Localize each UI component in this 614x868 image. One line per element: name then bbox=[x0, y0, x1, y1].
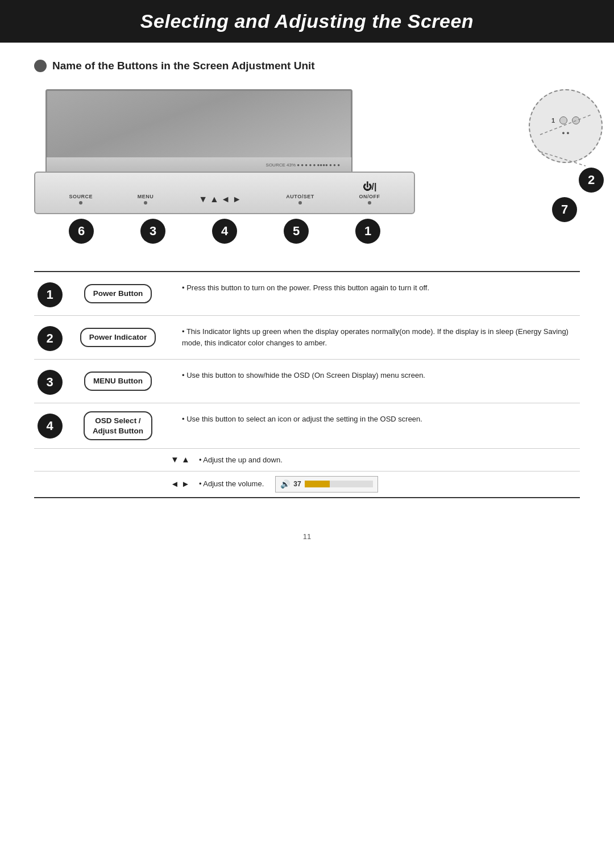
panel-num-6: 6 bbox=[69, 219, 94, 244]
volume-track bbox=[305, 481, 373, 487]
button-circle-1 bbox=[559, 116, 567, 124]
panel-btn-autoset: Auto/Set bbox=[286, 194, 314, 205]
arrow-updown-symbol: ▼ ▲ bbox=[171, 453, 190, 466]
section-header: Name of the Buttons in the Screen Adjust… bbox=[0, 60, 614, 72]
arrow-lr-symbol: ◄ ► bbox=[171, 478, 190, 491]
title-bar: Selecting and Adjusting the Screen bbox=[0, 0, 614, 43]
desc-row-2: 2 Power Indicator • This Indicator light… bbox=[34, 316, 580, 360]
monitor-base-text: SOURCE 43% ● ● ● ● ● ●●●● ● ● ● bbox=[266, 162, 340, 168]
badge-2-container: 2 bbox=[579, 168, 604, 193]
label-box-menu-button: MENU Button bbox=[84, 372, 152, 391]
label-box-power-indicator: Power Indicator bbox=[80, 328, 156, 347]
desc-num-3: 3 bbox=[34, 368, 65, 395]
panel-arrow-symbols: ▼ ▲ ◄ ► bbox=[198, 194, 241, 205]
panel-menu-dot bbox=[144, 201, 147, 205]
diagram-area: SOURCE 43% ● ● ● ● ● ●●●● ● ● ● 1 ● ● 2 … bbox=[0, 84, 614, 265]
panel-autoset-dot bbox=[298, 201, 302, 205]
desc-row-4: 4 OSD Select / Adjust Button • Use this … bbox=[34, 403, 580, 449]
desc-num-4: 4 bbox=[34, 411, 65, 440]
panel-num-4: 4 bbox=[212, 219, 237, 244]
osd-label-line2: Adjust Button bbox=[93, 427, 143, 435]
panel-labels: Source Menu ▼ ▲ ◄ ► bbox=[47, 182, 403, 205]
panel-autoset-label: Auto/Set bbox=[286, 194, 314, 199]
arrow-right: ► bbox=[233, 194, 242, 205]
badge-7-container: 7 bbox=[552, 197, 577, 222]
arrow-left: ◄ bbox=[221, 194, 230, 205]
badge-number-2: 2 bbox=[579, 168, 604, 193]
desc-text-4: • Use this button to select an icon or a… bbox=[171, 411, 580, 440]
label-box-osd-button: OSD Select / Adjust Button bbox=[84, 411, 152, 440]
sub-desc-row-updown: ▼ ▲ • Adjust the up and down. bbox=[34, 449, 580, 471]
osd-label-line1: OSD Select / bbox=[95, 416, 140, 425]
panel-menu-label: Menu bbox=[138, 194, 154, 199]
sub-desc-row-volume: ◄ ► • Adjust the volume. 🔊 37 bbox=[34, 471, 580, 498]
panel-source-label: Source bbox=[69, 194, 93, 199]
sub-desc-updown-content: ▼ ▲ • Adjust the up and down. bbox=[171, 453, 283, 466]
panel-btn-arrows: ▼ ▲ ◄ ► bbox=[198, 194, 241, 205]
badge-number-7: 7 bbox=[552, 197, 577, 222]
zoom-hint: ● ● bbox=[562, 130, 569, 136]
panel-btn-source: Source bbox=[69, 194, 93, 205]
sub-desc-volume-content: ◄ ► • Adjust the volume. 🔊 37 bbox=[171, 476, 378, 493]
badge-2-table: 2 bbox=[38, 326, 63, 351]
section-title: Name of the Buttons in the Screen Adjust… bbox=[52, 60, 315, 72]
panel-num-5: 5 bbox=[284, 219, 309, 244]
desc-text-1: • Press this button to turn on the power… bbox=[171, 280, 580, 307]
zoom-circle: 1 ● ● bbox=[529, 89, 603, 163]
number-row: 6 3 4 5 1 bbox=[34, 219, 415, 244]
sub-desc-volume-text: • Adjust the volume. bbox=[199, 478, 264, 490]
volume-value: 37 bbox=[293, 479, 301, 489]
button-circle-2 bbox=[572, 116, 580, 124]
desc-label-3: MENU Button bbox=[65, 368, 171, 395]
sub-desc-updown-text: • Adjust the up and down. bbox=[199, 454, 283, 466]
panel-num-3: 3 bbox=[140, 219, 165, 244]
panel-num-1: 1 bbox=[355, 219, 380, 244]
volume-bar: 🔊 37 bbox=[275, 476, 377, 493]
desc-text-2: • This Indicator lights up green when th… bbox=[171, 324, 580, 351]
panel-btn-menu: Menu bbox=[138, 194, 154, 205]
page-title: Selecting and Adjusting the Screen bbox=[34, 10, 580, 32]
zoom-row-top: 1 bbox=[551, 116, 580, 124]
desc-label-2: Power Indicator bbox=[65, 324, 171, 351]
page-number: 11 bbox=[0, 532, 614, 541]
section-dot-icon bbox=[34, 60, 47, 72]
panel-onoff-dot bbox=[368, 201, 371, 205]
badge-1: 1 bbox=[38, 282, 63, 307]
panel-onoff-label: On/Off bbox=[359, 194, 380, 199]
desc-row-3: 3 MENU Button • Use this button to show/… bbox=[34, 360, 580, 403]
control-panel-box: Source Menu ▼ ▲ ◄ ► bbox=[34, 172, 415, 214]
volume-icon: 🔊 bbox=[280, 478, 290, 490]
zoom-circle-inner: 1 ● ● bbox=[551, 116, 580, 136]
desc-text-3: • Use this button to show/hide the OSD (… bbox=[171, 368, 580, 395]
desc-num-2: 2 bbox=[34, 324, 65, 351]
control-panel-area: Source Menu ▼ ▲ ◄ ► bbox=[34, 172, 421, 244]
desc-num-1: 1 bbox=[34, 280, 65, 307]
desc-label-4: OSD Select / Adjust Button bbox=[65, 411, 171, 440]
zoom-label-1: 1 bbox=[551, 117, 555, 124]
desc-label-1: Power Button bbox=[65, 280, 171, 307]
desc-row-1: 1 Power Button • Press this button to tu… bbox=[34, 272, 580, 316]
monitor-screen bbox=[45, 89, 352, 157]
badge-4: 4 bbox=[38, 414, 63, 439]
panel-btn-onoff: ⏻/| On/Off bbox=[359, 182, 380, 205]
arrow-up: ▲ bbox=[210, 194, 219, 205]
panel-source-dot bbox=[79, 201, 82, 205]
page-container: Selecting and Adjusting the Screen Name … bbox=[0, 0, 614, 868]
badge-3: 3 bbox=[38, 370, 63, 395]
monitor-base: SOURCE 43% ● ● ● ● ● ●●●● ● ● ● bbox=[45, 157, 352, 173]
panel-onoff-symbol: ⏻/| bbox=[363, 182, 377, 192]
description-table: 1 Power Button • Press this button to tu… bbox=[34, 271, 580, 498]
label-box-power-button: Power Button bbox=[84, 284, 152, 303]
arrow-down: ▼ bbox=[198, 194, 208, 205]
volume-fill bbox=[305, 481, 330, 487]
